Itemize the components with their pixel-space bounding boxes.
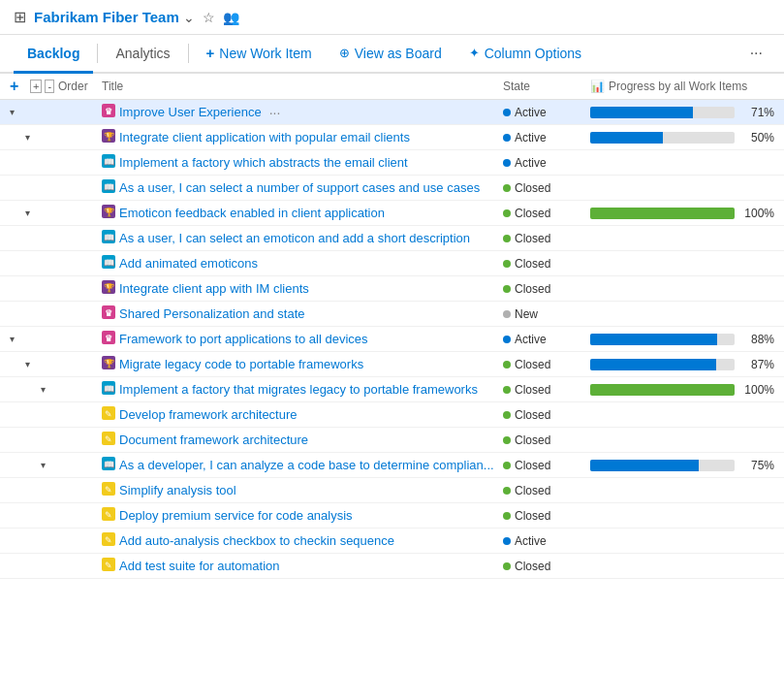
add-row-button[interactable]: +: [10, 78, 27, 95]
state-label: Closed: [515, 509, 550, 523]
new-work-item-button[interactable]: + New Work Item: [193, 35, 326, 74]
task-icon: ✎: [102, 482, 115, 498]
row-title-text[interactable]: Integrate client app with IM clients: [119, 281, 309, 296]
row-title-text[interactable]: Deploy premium service for code analysis: [119, 508, 353, 523]
progress-bar: [590, 384, 735, 396]
row-title: ♛Framework to port applications to all d…: [102, 331, 503, 347]
state-label: Closed: [515, 408, 550, 422]
row-title-text[interactable]: As a user, I can select an emoticon and …: [119, 231, 470, 245]
progress-bar-fill: [590, 208, 735, 219]
svg-text:✎: ✎: [105, 409, 112, 419]
chevron-icon[interactable]: ▾: [25, 208, 39, 218]
team-name: Fabrikam Fiber Team: [34, 9, 179, 25]
tab-backlog[interactable]: Backlog: [14, 36, 93, 74]
row-title-text[interactable]: Integrate client application with popula…: [119, 130, 410, 144]
svg-text:✎: ✎: [105, 434, 112, 444]
progress-percentage: 50%: [740, 131, 774, 144]
board-icon: ⊕: [339, 46, 350, 60]
row-title-text[interactable]: Document framework architecture: [119, 433, 308, 447]
table-row: ▾🏆Emoticon feedback enabled in client ap…: [0, 201, 784, 226]
state-label: Closed: [515, 232, 550, 245]
task-icon: ✎: [102, 507, 115, 524]
chevron-down-icon[interactable]: ⌄: [183, 10, 195, 25]
tab-analytics[interactable]: Analytics: [102, 36, 183, 74]
row-progress: 87%: [590, 358, 774, 371]
state-dot: [503, 537, 511, 545]
row-title-text[interactable]: As a developer, I can analyze a code bas…: [119, 458, 494, 472]
row-title-text[interactable]: Shared Personalization and state: [119, 306, 305, 321]
state-label: Closed: [515, 484, 550, 497]
row-state: Closed: [503, 484, 590, 497]
view-as-board-button[interactable]: ⊕ View as Board: [326, 36, 455, 74]
state-label: Active: [515, 156, 547, 170]
row-title-text[interactable]: Add test suite for automation: [119, 559, 279, 573]
feature-icon: 🏆: [102, 205, 115, 221]
row-progress: 100%: [590, 383, 774, 397]
column-options-button[interactable]: ✦ Column Options: [455, 36, 595, 74]
svg-text:♛: ♛: [105, 308, 112, 318]
row-title-text[interactable]: Add animated emoticons: [119, 256, 258, 271]
row-state: Closed: [503, 383, 590, 397]
row-title-text[interactable]: Migrate legacy code to portable framewor…: [119, 357, 363, 371]
row-title: 📖As a developer, I can analyze a code ba…: [102, 457, 503, 473]
row-title-text[interactable]: Add auto-analysis checkbox to checkin se…: [119, 533, 394, 548]
chevron-icon[interactable]: ▾: [41, 460, 54, 470]
row-title: 🏆Emoticon feedback enabled in client app…: [102, 205, 503, 221]
progress-percentage: 75%: [740, 459, 774, 472]
svg-text:♛: ♛: [105, 334, 112, 343]
chevron-icon[interactable]: ▾: [41, 384, 54, 395]
table-row: ▾📖Implement a factory that migrates lega…: [0, 377, 784, 402]
state-label: Closed: [515, 383, 550, 397]
story-icon: 📖: [102, 154, 115, 171]
chevron-icon[interactable]: ▾: [25, 359, 39, 369]
progress-bar-fill: [590, 107, 693, 118]
table-row: ✎Add auto-analysis checkbox to checkin s…: [0, 529, 784, 554]
ellipsis-menu[interactable]: ···: [266, 105, 285, 120]
state-dot: [503, 109, 511, 116]
feature-icon: 🏆: [102, 280, 115, 297]
row-title-text[interactable]: Implement a factory that migrates legacy…: [119, 382, 478, 397]
row-state: Closed: [503, 358, 590, 371]
row-title-text[interactable]: Improve User Experience: [119, 105, 262, 119]
state-dot: [503, 462, 511, 469]
feature-icon: 🏆: [102, 129, 115, 145]
row-state: Active: [503, 106, 590, 119]
row-title-text[interactable]: Develop framework architecture: [119, 407, 298, 422]
progress-bar: [590, 334, 735, 345]
table-row: ▾🏆Integrate client application with popu…: [0, 125, 784, 150]
chevron-icon[interactable]: ▾: [10, 334, 23, 344]
table-row: ▾📖As a developer, I can analyze a code b…: [0, 453, 784, 478]
state-label: Active: [515, 131, 547, 144]
row-title-text[interactable]: Implement a factory which abstracts the …: [119, 155, 408, 170]
epic-icon: ♛: [102, 104, 115, 120]
row-title: 📖Implement a factory that migrates legac…: [102, 381, 503, 398]
chevron-icon[interactable]: ▾: [25, 132, 39, 143]
table-row: 📖As a user, I can select a number of sup…: [0, 176, 784, 201]
more-options-button[interactable]: ···: [742, 35, 770, 72]
row-title-text[interactable]: As a user, I can select a number of supp…: [119, 180, 480, 195]
svg-text:📖: 📖: [104, 257, 115, 269]
progress-percentage: 100%: [740, 383, 774, 397]
backlog-table: ▾♛Improve User Experience···Active71%▾🏆I…: [0, 100, 784, 579]
svg-text:📖: 📖: [104, 181, 115, 193]
chevron-icon[interactable]: ▾: [10, 107, 23, 117]
row-title: ✎Deploy premium service for code analysi…: [102, 507, 503, 524]
collapse-icon[interactable]: -: [45, 80, 54, 93]
svg-text:✎: ✎: [105, 535, 112, 545]
table-row: ✎Develop framework architectureClosed: [0, 402, 784, 428]
expand-icon[interactable]: +: [30, 80, 42, 93]
task-icon: ✎: [102, 532, 115, 549]
state-dot: [503, 209, 511, 217]
person-icon[interactable]: 👥: [223, 10, 239, 25]
title-header: Title: [102, 80, 503, 93]
star-icon[interactable]: ☆: [203, 10, 215, 25]
state-dot: [503, 487, 511, 495]
row-title-text[interactable]: Framework to port applications to all de…: [119, 332, 368, 346]
row-state: Closed: [503, 257, 590, 271]
row-title-text[interactable]: Emoticon feedback enabled in client appl…: [119, 206, 385, 220]
row-progress: 71%: [590, 106, 774, 119]
row-state: Active: [503, 333, 590, 346]
row-title-text[interactable]: Simplify analysis tool: [119, 483, 236, 497]
row-title: ♛Improve User Experience···: [102, 104, 503, 120]
row-title: ✎Develop framework architecture: [102, 406, 503, 423]
